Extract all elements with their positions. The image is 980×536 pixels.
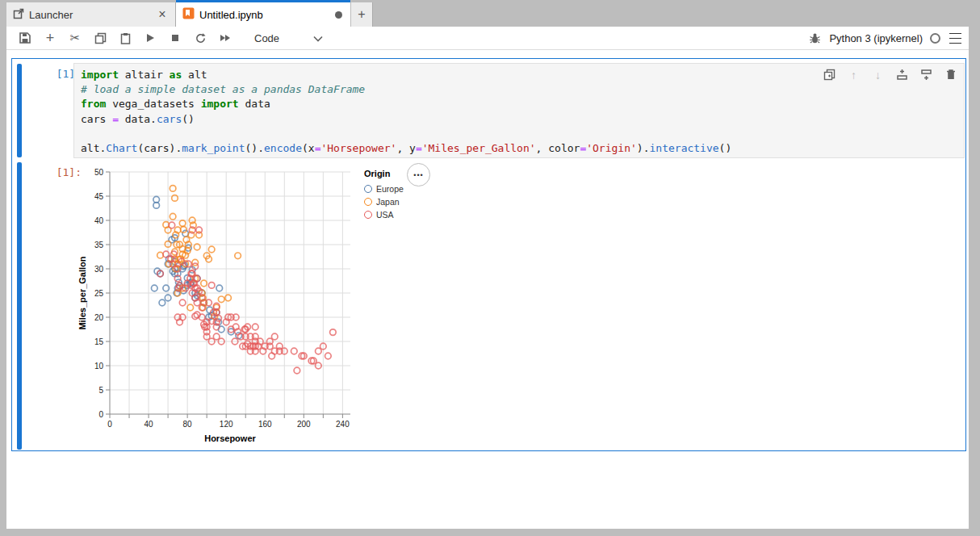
unsaved-dot-icon[interactable] [335,11,342,19]
svg-text:10: 10 [94,362,104,371]
legend-symbol-icon [364,198,372,206]
svg-text:45: 45 [94,192,104,201]
insert-cell-below-icon[interactable] [919,68,933,82]
svg-text:Horsepower: Horsepower [204,433,256,443]
legend-entry: USA [364,208,404,221]
svg-text:80: 80 [183,420,193,429]
notebook-panel: [1]: import altair as alt# load a simple… [6,50,969,529]
svg-text:15: 15 [94,337,104,346]
paste-cells-button[interactable] [118,31,132,45]
new-tab-button[interactable]: + [351,2,373,27]
svg-text:0: 0 [107,420,112,429]
tab-bar: Launcher × Untitled.ipynb + [6,0,969,27]
svg-text:120: 120 [220,420,233,429]
kernel-name[interactable]: Python 3 (ipykernel) [829,32,923,44]
kernel-status-icon [930,33,940,44]
tab-notebook-label: Untitled.ipynb [199,9,330,21]
svg-text:Miles_per_Gallon: Miles_per_Gallon [77,256,87,329]
legend-entry: Europe [364,182,404,195]
cell-type-dropdown[interactable]: Code [254,32,323,44]
legend-entry: Japan [364,195,404,208]
stop-kernel-button[interactable] [168,31,182,45]
output-collapser[interactable] [17,162,22,450]
notebook-icon [182,7,195,22]
svg-text:30: 30 [94,265,104,274]
cell-type-value: Code [254,32,279,44]
move-cell-down-icon[interactable]: ↓ [871,68,885,82]
svg-text:200: 200 [297,420,311,429]
insert-cell-button[interactable]: + [43,31,57,45]
svg-text:50: 50 [94,168,104,177]
hamburger-menu-icon[interactable] [948,31,962,46]
debugger-bug-icon[interactable] [807,31,822,46]
chart-actions-button[interactable]: ••• [407,163,430,186]
tab-launcher[interactable]: Launcher × [6,2,176,27]
chevron-down-icon [313,32,323,44]
insert-cell-above-icon[interactable] [895,68,909,82]
copy-cells-button[interactable] [93,31,107,45]
svg-text:240: 240 [336,420,350,429]
output-prompt: [1]: [35,166,82,178]
legend-symbol-icon [364,185,372,193]
legend-symbol-icon [364,211,372,219]
svg-text:40: 40 [94,216,104,225]
svg-text:20: 20 [94,313,104,322]
delete-cell-icon[interactable] [944,68,957,82]
legend-title: Origin [364,169,404,178]
svg-text:0: 0 [98,410,103,419]
input-collapser[interactable] [17,64,22,157]
svg-text:40: 40 [144,420,154,429]
duplicate-cell-icon[interactable] [823,68,836,82]
cut-cells-button[interactable]: ✂ [68,31,82,45]
svg-text:25: 25 [94,289,104,298]
move-cell-up-icon[interactable]: ↑ [847,68,861,82]
tab-notebook[interactable]: Untitled.ipynb [176,0,350,27]
cell-toolbar: ↑ ↓ [823,68,957,82]
svg-text:160: 160 [258,420,272,429]
launcher-icon [13,8,24,22]
altair-chart-output: 0408012016020024005101520253035404550Hor… [77,162,457,448]
jupyterlab-window: Launcher × Untitled.ipynb + + ✂ [6,0,969,529]
active-code-cell: [1]: import altair as alt# load a simple… [11,58,966,451]
legend-label: Japan [376,197,400,207]
restart-kernel-button[interactable] [193,31,207,45]
legend-entries: EuropeJapanUSA [364,182,404,221]
legend-label: USA [376,210,394,220]
svg-text:5: 5 [98,386,103,395]
code-editor[interactable]: import altair as alt# load a simple data… [73,63,965,158]
chart-legend: Origin EuropeJapanUSA [364,169,404,221]
tab-launcher-label: Launcher [29,9,151,21]
close-icon[interactable]: × [156,7,169,22]
legend-label: Europe [376,184,404,194]
svg-text:35: 35 [94,241,104,249]
save-button[interactable] [18,31,32,45]
run-cell-button[interactable] [143,31,157,45]
restart-run-all-button[interactable] [218,31,232,45]
notebook-toolbar: + ✂ Code [6,27,969,50]
